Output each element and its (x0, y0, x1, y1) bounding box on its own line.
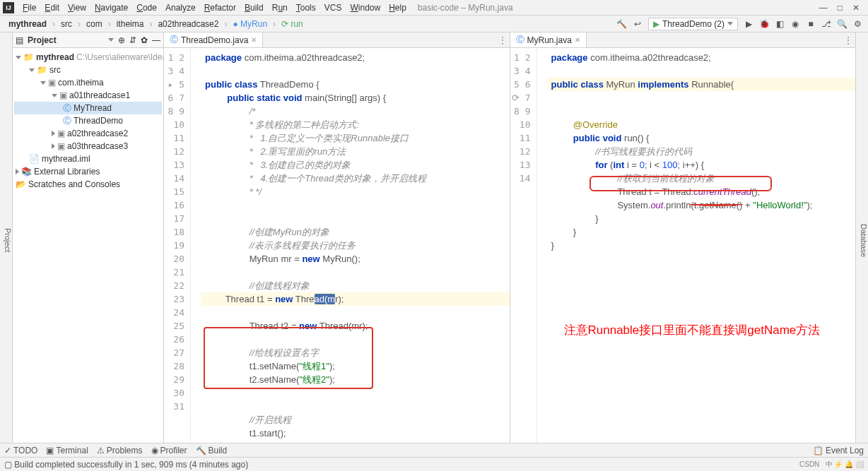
status-bar: ▢ Build completed successfully in 1 sec,… (0, 457, 868, 471)
window-title: basic-code – MyRun.java (418, 3, 513, 13)
tool-todo[interactable]: ✓ TODO (4, 446, 37, 455)
left-editor: ⒸThreadDemo.java✕ ⋮ 1 2 3 4 ▸ 5 6 7 8 9 … (164, 32, 510, 443)
menu-build[interactable]: Build (240, 1, 268, 14)
tree-item-threaddemo[interactable]: ⒸThreadDemo (14, 114, 162, 127)
gear-icon[interactable]: ⚙ (852, 19, 862, 29)
crumb-class[interactable]: ● MyRun (230, 18, 270, 30)
project-tool-window: ▤ Project ⊕ ⇵ ✿ — 📁mythread C:\Users\ali… (13, 32, 164, 443)
collapse-icon[interactable]: ⇵ (129, 35, 136, 45)
menu-tools[interactable]: Tools (292, 1, 320, 14)
menu-window[interactable]: Window (346, 1, 385, 14)
tab-myrun[interactable]: ⒸMyRun.java✕ (510, 32, 587, 47)
debug-icon[interactable]: 🐞 (759, 19, 769, 29)
menu-run[interactable]: Run (268, 1, 292, 14)
menu-refactor[interactable]: Refactor (200, 1, 240, 14)
search-icon[interactable]: 🔍 (837, 19, 847, 29)
minimize-icon[interactable]: — (819, 3, 828, 13)
crumb-project[interactable]: mythread (6, 18, 49, 30)
hide-icon[interactable]: — (152, 35, 160, 45)
expand-icon[interactable]: ⊕ (118, 35, 125, 45)
app-logo: IJ (3, 2, 14, 13)
project-panel-title: Project (28, 35, 57, 45)
run-icon[interactable]: ▶ (744, 19, 753, 29)
crumb-itheima[interactable]: itheima (114, 18, 147, 30)
right-code-area[interactable]: package com.itheima.a02threadcase2; publ… (547, 48, 856, 443)
status-right: CSDN 中 ⚡ 🔔 ⬜ (799, 460, 864, 470)
git-icon[interactable]: ⎇ (821, 19, 831, 29)
menu-view[interactable]: View (64, 1, 90, 14)
run-config-dropdown[interactable]: ▶ThreadDemo (2) (648, 18, 738, 30)
hammer-icon[interactable]: 🔨 (617, 19, 627, 29)
menu-navigate[interactable]: Navigate (90, 1, 132, 14)
menu-vcs[interactable]: VCS (320, 1, 346, 14)
project-tree[interactable]: 📁mythread C:\Users\alienware\IdeaProject… (13, 48, 163, 193)
right-editor: ⒸMyRun.java✕ ⋮ 1 2 3 4 5 6 ⟳ 7 8 9 10 11… (510, 32, 856, 443)
menu-file[interactable]: File (18, 1, 40, 14)
menu-analyze[interactable]: Analyze (161, 1, 200, 14)
settings-icon[interactable]: ✿ (141, 35, 148, 45)
navigation-bar: mythread› src› com› itheima› a02threadca… (0, 16, 868, 32)
close-tab-icon[interactable]: ✕ (251, 36, 257, 44)
dropdown-icon[interactable] (108, 38, 114, 42)
back-icon[interactable]: ↩ (633, 19, 643, 29)
maximize-icon[interactable]: □ (838, 3, 843, 13)
tab-menu-icon[interactable]: ⋮ (841, 32, 855, 47)
right-marks (537, 48, 547, 443)
tool-terminal[interactable]: ▣ Terminal (46, 446, 88, 455)
menu-help[interactable]: Help (385, 1, 411, 14)
crumb-method[interactable]: ⟳ run (278, 18, 306, 30)
status-message: ▢ Build completed successfully in 1 sec,… (4, 460, 248, 470)
menu-edit[interactable]: Edit (40, 1, 64, 14)
tree-item-mythread[interactable]: ⒸMyThread (14, 102, 162, 114)
crumb-src[interactable]: src (58, 18, 75, 30)
bottom-tool-bar: ✓ TODO ▣ Terminal ⚠ Problems ◉ Profiler … (0, 443, 868, 457)
left-tool-strip[interactable]: Project (0, 32, 13, 443)
stop-icon[interactable]: ■ (806, 19, 816, 29)
tool-problems[interactable]: ⚠ Problems (97, 446, 143, 455)
annotation-note: 注意Runnable接口里面不能直接调getName方法 (564, 323, 821, 337)
left-gutter: 1 2 3 4 ▸ 5 6 7 8 9 10 11 12 13 14 15 16… (164, 48, 191, 443)
left-code-area[interactable]: package com.itheima.a02threadcase2; publ… (201, 48, 510, 443)
profile-icon[interactable]: ◉ (790, 19, 800, 29)
crumb-com[interactable]: com (83, 18, 105, 30)
tab-menu-icon[interactable]: ⋮ (495, 32, 510, 47)
coverage-icon[interactable]: ◧ (775, 19, 785, 29)
project-view-icon[interactable]: ▤ (16, 35, 23, 45)
tab-threaddemo[interactable]: ⒸThreadDemo.java✕ (164, 32, 263, 47)
left-marks (191, 48, 201, 443)
menu-bar: IJ File Edit View Navigate Code Analyze … (0, 0, 868, 16)
right-gutter: 1 2 3 4 5 6 ⟳ 7 8 9 10 11 12 13 14 (510, 48, 537, 443)
tool-profiler[interactable]: ◉ Profiler (151, 446, 187, 455)
right-tool-strip[interactable]: Database (855, 32, 868, 443)
tool-build[interactable]: 🔨 Build (196, 446, 228, 455)
project-panel-header: ▤ Project ⊕ ⇵ ✿ — (13, 32, 163, 48)
tool-eventlog[interactable]: 📋 Event Log (813, 446, 864, 455)
menu-code[interactable]: Code (132, 1, 161, 14)
crumb-pkg[interactable]: a02threadcase2 (155, 18, 221, 30)
close-icon[interactable]: ✕ (852, 3, 860, 13)
close-tab-icon[interactable]: ✕ (575, 36, 580, 44)
